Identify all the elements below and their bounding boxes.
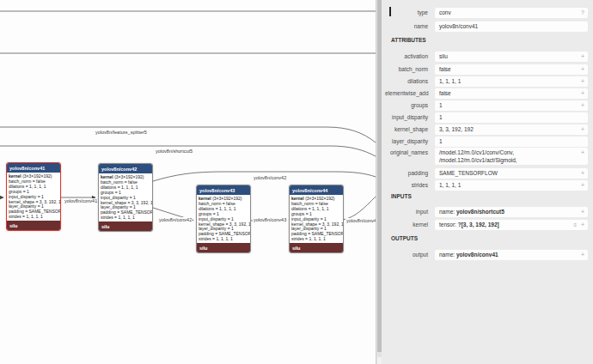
elementwise-add-field[interactable]: false + (435, 88, 588, 99)
row-padding: padding SAME_TENSORFLOW + (385, 168, 590, 179)
list-icon[interactable]: ≡ (573, 220, 577, 230)
groups-field[interactable]: 1 + (435, 100, 588, 111)
add-icon[interactable]: + (581, 148, 584, 158)
name-value: yolov8n/conv41 (439, 23, 478, 29)
node-attributes: kernel (3×3×192×192) batch_norm = false … (197, 195, 250, 243)
padding-field[interactable]: SAME_TENSORFLOW + (435, 168, 588, 179)
add-icon[interactable]: + (581, 52, 584, 62)
edge-label-conv41: yolov8n/conv41 (64, 198, 98, 204)
attributes-section-header: ATTRIBUTES (391, 37, 426, 43)
name-label: name (385, 21, 428, 32)
add-icon[interactable]: + (581, 180, 584, 191)
row-kernel: kernel tensor: ?[3, 3, 192, 192] ≡ + (385, 220, 590, 230)
node-attributes: kernel (3×3×192×192) batch_norm = false … (7, 173, 60, 221)
node-title: yolov8n/conv44 (290, 185, 343, 195)
add-icon[interactable]: + (581, 64, 584, 75)
help-icon[interactable]: ? (581, 8, 584, 18)
node-activation: silu (290, 243, 343, 252)
add-icon[interactable]: + (581, 250, 584, 260)
node-activation: silu (7, 221, 60, 230)
vertical-scrollbar[interactable] (376, 0, 382, 364)
row-batch-norm: batch_norm false + (385, 64, 590, 75)
row-name: name yolov8n/conv41 (385, 21, 590, 32)
node-title: yolov8n/conv43 (197, 185, 250, 195)
node-conv44[interactable]: yolov8n/conv44 kernel (3×3×192×192) batc… (289, 185, 344, 253)
input-field[interactable]: name: yolov8n/shortcut5 + (435, 207, 588, 217)
row-type: type conv ? (385, 8, 590, 18)
add-icon[interactable]: + (581, 124, 584, 135)
row-layer-disparity: layer_disparity 1 (385, 136, 590, 147)
input-disparity-field[interactable]: 1 (435, 112, 588, 123)
output-field[interactable]: name: yolov8n/conv41 + (435, 250, 588, 260)
node-conv43[interactable]: yolov8n/conv43 kernel (3×3×192×192) batc… (196, 185, 251, 253)
name-field[interactable]: yolov8n/conv41 (435, 21, 588, 32)
row-input-disparity: input_disparity 1 (385, 112, 590, 123)
type-label: type (385, 8, 428, 18)
activation-field[interactable]: silu + (435, 52, 588, 62)
type-value: conv (439, 9, 451, 15)
row-output: output name: yolov8n/conv41 + (385, 250, 590, 260)
node-attributes: kernel (3×3×192×192) batch_norm = false … (99, 173, 152, 221)
row-groups: groups 1 + (385, 100, 590, 111)
row-strides: strides 1, 1, 1, 1 + (385, 180, 590, 191)
outputs-section-header: OUTPUTS (391, 235, 418, 241)
node-activation: silu (99, 221, 152, 231)
graph-canvas[interactable]: yolov8n/feature_splitter5 yolov8n/shortc… (0, 0, 376, 364)
add-icon[interactable]: + (581, 76, 584, 87)
properties-panel: type conv ? name yolov8n/conv41 ATTRIBUT… (382, 0, 593, 364)
add-icon[interactable]: + (581, 88, 584, 99)
dilations-field[interactable]: 1, 1, 1, 1 + (435, 76, 588, 87)
row-activation: activation silu + (385, 52, 590, 62)
row-kernel-shape: kernel_shape 3, 3, 192, 192 + (385, 124, 590, 135)
strides-field[interactable]: 1, 1, 1, 1 + (435, 180, 588, 191)
inputs-section-header: INPUTS (391, 193, 412, 199)
edge-label-conv42-upper: yolov8n/conv42 (253, 175, 287, 181)
edge-label-shortcut5: yolov8n/shortcut5 (155, 149, 193, 155)
add-icon[interactable]: + (581, 100, 584, 111)
row-original-names: original_names /model.12/m.0/cv1/conv/Co… (385, 148, 590, 165)
row-dilations: dilations 1, 1, 1, 1 + (385, 76, 590, 87)
node-conv42[interactable]: yolov8n/conv42 kernel (3×3×192×192) batc… (98, 163, 153, 232)
node-title: yolov8n/conv41 (7, 163, 60, 173)
node-activation: silu (197, 243, 250, 252)
edge-label-conv43: yolov8n/conv43 (253, 217, 287, 223)
edge-label-conv42-lower: yolov8n/conv42 (158, 217, 193, 223)
layer-disparity-field[interactable]: 1 (435, 136, 588, 147)
edge-label-feature-splitter5: yolov8n/feature_splitter5 (95, 130, 148, 136)
batch-norm-field[interactable]: false + (435, 64, 588, 75)
node-attributes: kernel (3×3×192×192) batch_norm = false … (290, 195, 343, 243)
kernel-shape-field[interactable]: 3, 3, 192, 192 + (435, 124, 588, 135)
add-icon[interactable]: + (581, 207, 584, 217)
node-conv41[interactable]: yolov8n/conv41 kernel (3×3×192×192) batc… (6, 162, 61, 231)
row-elementwise-add: elementwise_add false + (385, 88, 590, 99)
edge-conv44-out (343, 197, 376, 220)
add-icon[interactable]: + (581, 168, 584, 179)
kernel-field[interactable]: tensor: ?[3, 3, 192, 192] ≡ + (435, 220, 588, 230)
node-title: yolov8n/conv42 (99, 164, 152, 173)
add-icon[interactable]: + (581, 220, 584, 230)
original-names-field[interactable]: /model.12/m.0/cv1/conv/Conv, /model.12/m… (435, 148, 588, 165)
row-input: input name: yolov8n/shortcut5 + (385, 207, 590, 217)
type-field[interactable]: conv ? (435, 8, 588, 18)
edge-feature-splitter5 (0, 127, 376, 143)
edge-label-conv44: yolov8n/conv44 (345, 218, 376, 224)
